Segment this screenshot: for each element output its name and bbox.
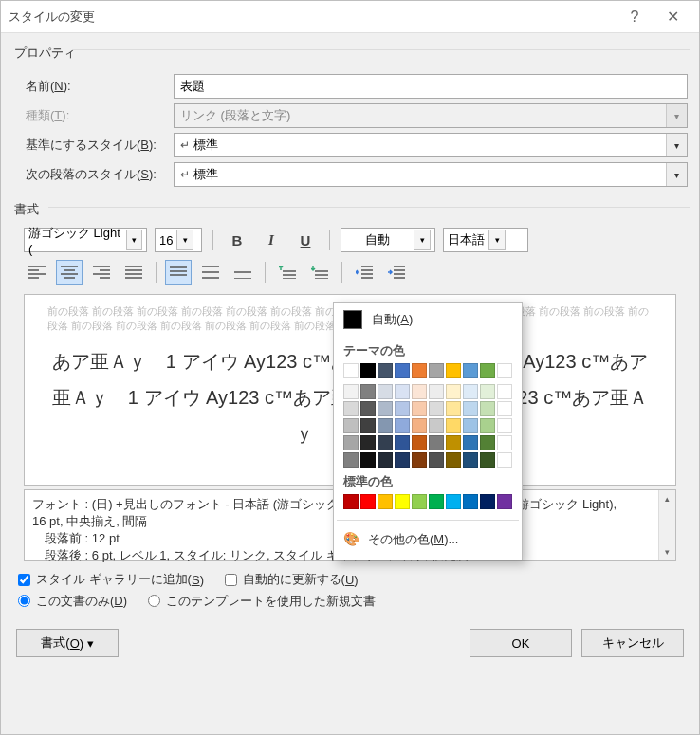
scroll-down-icon[interactable]: ▾: [659, 543, 675, 560]
color-swatch[interactable]: [429, 494, 444, 509]
language-combo[interactable]: 日本語▾: [443, 228, 528, 252]
add-to-gallery-checkbox[interactable]: スタイル ギャラリーに追加(S): [18, 571, 204, 588]
chevron-down-icon[interactable]: ▾: [666, 163, 687, 186]
more-colors-item[interactable]: その他の色(M)...: [334, 525, 522, 554]
color-swatch[interactable]: [429, 452, 444, 468]
align-justify-button[interactable]: [120, 260, 147, 285]
color-swatch[interactable]: [497, 435, 512, 450]
scroll-up-icon[interactable]: ▴: [659, 490, 675, 507]
name-field[interactable]: [174, 74, 688, 99]
color-swatch[interactable]: [343, 384, 359, 399]
chevron-down-icon[interactable]: ▾: [176, 230, 193, 250]
color-swatch[interactable]: [463, 384, 478, 399]
color-swatch[interactable]: [463, 401, 478, 416]
line-spacing-1-button[interactable]: [165, 260, 192, 285]
close-button[interactable]: ✕: [654, 8, 691, 26]
color-swatch[interactable]: [446, 494, 461, 509]
scrollbar[interactable]: ▴ ▾: [658, 490, 675, 560]
color-swatch[interactable]: [497, 384, 512, 399]
align-center-button[interactable]: [56, 260, 83, 285]
new-docs-template-radio[interactable]: このテンプレートを使用した新規文書: [148, 593, 376, 610]
color-swatch[interactable]: [480, 384, 495, 399]
color-swatch[interactable]: [360, 418, 376, 433]
color-swatch[interactable]: [360, 384, 376, 399]
color-swatch[interactable]: [378, 401, 393, 416]
color-swatch[interactable]: [395, 363, 410, 378]
chevron-down-icon[interactable]: ▾: [488, 230, 506, 250]
color-swatch[interactable]: [343, 418, 359, 433]
color-swatch[interactable]: [429, 363, 444, 378]
color-swatch[interactable]: [395, 452, 410, 468]
color-swatch[interactable]: [480, 363, 495, 378]
color-swatch[interactable]: [395, 384, 410, 399]
color-swatch[interactable]: [360, 363, 376, 378]
color-swatch[interactable]: [463, 494, 478, 509]
auto-update-checkbox[interactable]: 自動的に更新する(U): [225, 571, 359, 588]
color-swatch[interactable]: [412, 418, 427, 433]
color-swatch[interactable]: [463, 452, 478, 468]
decrease-indent-button[interactable]: [351, 260, 378, 285]
color-swatch[interactable]: [395, 494, 410, 509]
align-left-button[interactable]: [24, 260, 50, 285]
color-swatch[interactable]: [378, 452, 393, 468]
color-swatch[interactable]: [497, 418, 512, 433]
color-swatch[interactable]: [480, 418, 495, 433]
color-swatch[interactable]: [429, 435, 444, 450]
color-swatch[interactable]: [343, 494, 359, 509]
color-swatch[interactable]: [480, 494, 495, 509]
color-swatch[interactable]: [343, 401, 359, 416]
color-swatch[interactable]: [378, 418, 393, 433]
color-swatch[interactable]: [463, 363, 478, 378]
color-swatch[interactable]: [446, 418, 461, 433]
color-swatch[interactable]: [480, 435, 495, 450]
font-name-combo[interactable]: 游ゴシック Light (▾: [24, 228, 147, 252]
increase-para-before-button[interactable]: [274, 260, 301, 285]
color-swatch[interactable]: [429, 384, 444, 399]
color-swatch[interactable]: [360, 401, 376, 416]
automatic-color-item[interactable]: 自動(A): [334, 303, 522, 337]
color-swatch[interactable]: [360, 435, 376, 450]
color-swatch[interactable]: [446, 384, 461, 399]
next-style-combo[interactable]: ↵標準 ▾: [174, 162, 688, 187]
font-color-combo[interactable]: 自動▾: [341, 228, 435, 252]
color-swatch[interactable]: [429, 401, 444, 416]
color-swatch[interactable]: [412, 401, 427, 416]
color-swatch[interactable]: [446, 452, 461, 468]
color-swatch[interactable]: [497, 363, 512, 378]
based-on-combo[interactable]: ↵標準 ▾: [174, 133, 688, 157]
color-swatch[interactable]: [446, 363, 461, 378]
color-swatch[interactable]: [343, 452, 359, 468]
color-swatch[interactable]: [480, 452, 495, 468]
color-swatch[interactable]: [497, 494, 512, 509]
cancel-button[interactable]: キャンセル: [581, 629, 684, 657]
italic-button[interactable]: I: [258, 228, 285, 252]
font-size-combo[interactable]: 16▾: [155, 228, 202, 252]
decrease-para-before-button[interactable]: [306, 260, 333, 285]
color-swatch[interactable]: [412, 363, 427, 378]
bold-button[interactable]: B: [224, 228, 250, 252]
color-swatch[interactable]: [463, 435, 478, 450]
line-spacing-1_5-button[interactable]: [197, 260, 224, 285]
color-swatch[interactable]: [497, 401, 512, 416]
color-swatch[interactable]: [343, 363, 359, 378]
underline-button[interactable]: U: [292, 228, 319, 252]
color-swatch[interactable]: [343, 435, 359, 450]
color-swatch[interactable]: [378, 435, 393, 450]
chevron-down-icon[interactable]: ▾: [666, 134, 687, 156]
this-document-only-radio[interactable]: この文書のみ(D): [18, 593, 127, 610]
help-button[interactable]: ?: [616, 9, 654, 26]
color-swatch[interactable]: [412, 384, 427, 399]
color-swatch[interactable]: [412, 494, 427, 509]
color-swatch[interactable]: [378, 494, 393, 509]
color-swatch[interactable]: [378, 384, 393, 399]
chevron-down-icon[interactable]: ▾: [126, 230, 142, 250]
color-swatch[interactable]: [446, 401, 461, 416]
color-swatch[interactable]: [497, 452, 512, 468]
color-swatch[interactable]: [463, 418, 478, 433]
chevron-down-icon[interactable]: ▾: [414, 230, 431, 250]
increase-indent-button[interactable]: [383, 260, 410, 285]
color-swatch[interactable]: [429, 418, 444, 433]
color-swatch[interactable]: [360, 494, 376, 509]
color-swatch[interactable]: [395, 401, 410, 416]
color-swatch[interactable]: [360, 452, 376, 468]
